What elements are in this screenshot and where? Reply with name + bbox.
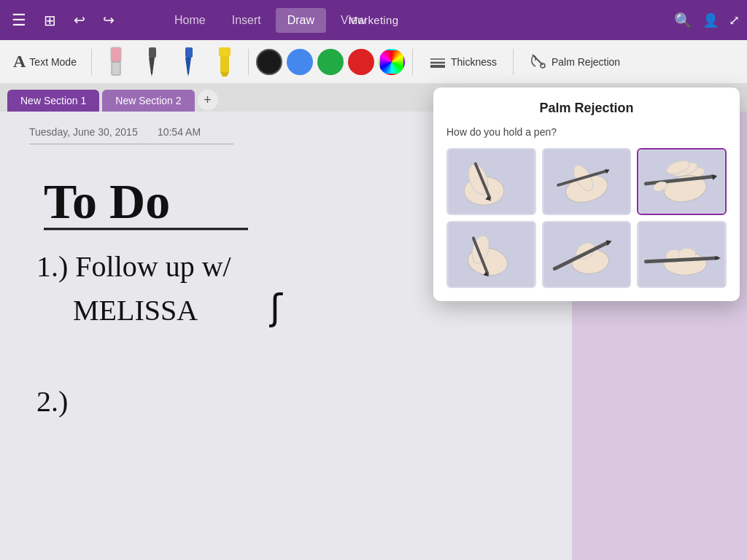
svg-text:To Do: To Do <box>44 174 170 229</box>
svg-text:MELISSA: MELISSA <box>73 294 198 327</box>
svg-rect-9 <box>220 56 229 72</box>
svg-marker-7 <box>187 72 189 77</box>
svg-text:ʃ: ʃ <box>269 287 283 328</box>
svg-text:2.): 2.) <box>36 385 68 418</box>
palm-rejection-popover: Palm Rejection How do you hold a pen? <box>433 88 740 301</box>
toolbar: A Text Mode <box>0 40 747 84</box>
thickness-icon <box>429 53 446 71</box>
svg-rect-0 <box>111 47 121 62</box>
palm-option-3[interactable] <box>637 148 727 215</box>
fullscreen-icon[interactable]: ⤢ <box>729 12 740 28</box>
palm-rejection-label: Palm Rejection <box>551 56 620 68</box>
text-mode-button[interactable]: A Text Mode <box>6 47 84 76</box>
svg-marker-10 <box>220 72 229 77</box>
color-blue[interactable] <box>287 49 313 75</box>
add-section-button[interactable]: + <box>198 90 218 110</box>
palm-option-6[interactable] <box>637 221 727 288</box>
section-tab-1[interactable]: New Section 1 <box>7 90 99 112</box>
palm-option-1[interactable] <box>446 148 536 215</box>
note-date: Tuesday, June 30, 2015 10:54 AM <box>29 126 233 144</box>
palm-option-2[interactable] <box>542 148 632 215</box>
palm-option-5[interactable] <box>542 221 632 288</box>
nav-tabs: Home Insert Draw View <box>163 8 377 33</box>
svg-rect-1 <box>112 62 120 75</box>
tab-insert[interactable]: Insert <box>220 8 273 33</box>
svg-rect-8 <box>219 47 231 56</box>
svg-rect-2 <box>149 47 156 58</box>
svg-marker-4 <box>151 72 152 77</box>
svg-marker-3 <box>149 58 155 74</box>
palm-icon <box>530 53 547 71</box>
undo-icon[interactable]: ↩ <box>69 7 90 33</box>
color-red[interactable] <box>348 49 374 75</box>
eraser-tool[interactable] <box>99 46 131 78</box>
menu-icon[interactable]: ☰ <box>7 7 31 34</box>
color-black[interactable] <box>256 49 282 75</box>
time-text: 10:54 AM <box>158 126 201 138</box>
section-tab-2[interactable]: New Section 2 <box>102 90 194 112</box>
blue-pen-tool[interactable] <box>172 46 204 78</box>
svg-rect-5 <box>185 47 193 58</box>
text-mode-icon: A <box>13 52 26 71</box>
thickness-label: Thickness <box>451 56 497 68</box>
separator-3 <box>412 49 413 75</box>
svg-text:1.) Follow up w/: 1.) Follow up w/ <box>36 250 232 283</box>
add-user-icon[interactable]: 👤 <box>703 12 719 28</box>
handwriting-svg: To Do 1.) Follow up w/ MELISSA ʃ 2.) <box>29 156 467 521</box>
thickness-button[interactable]: Thickness <box>420 49 506 75</box>
color-green[interactable] <box>317 49 344 75</box>
nav-bar: ☰ ⊞ ↩ ↪ Marketing Home Insert Draw View … <box>0 0 747 40</box>
nav-title: Marketing <box>349 14 399 26</box>
palm-grid <box>446 148 727 288</box>
palm-popover-subtitle: How do you hold a pen? <box>446 126 727 138</box>
date-text: Tuesday, June 30, 2015 <box>29 126 138 138</box>
palm-option-4[interactable] <box>446 221 536 288</box>
separator-2 <box>248 49 249 75</box>
palm-rejection-button[interactable]: Palm Rejection <box>521 49 629 75</box>
search-icon[interactable]: 🔍 <box>674 12 692 29</box>
svg-marker-6 <box>185 58 191 74</box>
color-wheel[interactable] <box>379 49 405 75</box>
tab-home[interactable]: Home <box>163 8 217 33</box>
dark-pen-tool[interactable] <box>136 46 168 78</box>
tab-draw[interactable]: Draw <box>276 8 326 33</box>
text-mode-label: Text Mode <box>29 56 77 68</box>
sidebar-icon[interactable]: ⊞ <box>39 7 61 34</box>
separator-1 <box>91 49 92 75</box>
palm-popover-title: Palm Rejection <box>446 101 727 116</box>
redo-icon[interactable]: ↪ <box>98 7 119 33</box>
yellow-pen-tool[interactable] <box>209 46 241 78</box>
separator-4 <box>513 49 514 75</box>
